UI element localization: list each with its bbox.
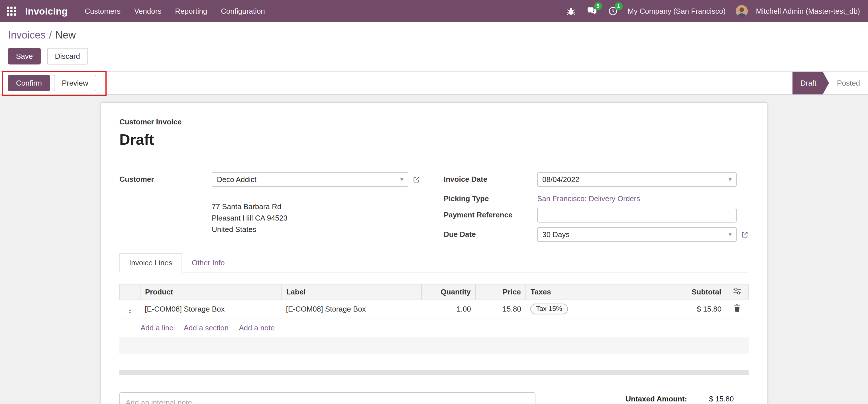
cell-quantity[interactable]: 1.00 [422, 300, 475, 318]
sheet-footer: Untaxed Amount: $ 15.80 Tax 15% [119, 392, 749, 404]
cell-price[interactable]: 15.80 [475, 300, 526, 318]
invoice-line-row[interactable]: ▲▼ [E-COM08] Storage Box [E-COM08] Stora… [120, 300, 748, 318]
breadcrumb: Invoices/New [8, 29, 860, 41]
invoice-totals: Untaxed Amount: $ 15.80 Tax 15% [594, 392, 734, 404]
cell-product[interactable]: [E-COM08] Storage Box [140, 300, 281, 318]
breadcrumb-separator: / [49, 29, 52, 41]
due-date-label: Due Date [444, 227, 537, 239]
optional-columns-button[interactable] [726, 284, 748, 300]
activities-badge: 1 [615, 2, 623, 10]
add-note-link[interactable]: Add a note [239, 323, 275, 333]
document-type-label: Customer Invoice [119, 118, 749, 126]
user-menu[interactable]: Mitchell Admin (Master-test_db) [751, 0, 865, 22]
column-header-label[interactable]: Label [281, 284, 421, 300]
tax-badge[interactable]: Tax 15% [530, 304, 568, 314]
delete-line-button[interactable] [726, 300, 748, 318]
picking-type-link[interactable]: San Francisco: Delivery Orders [537, 192, 640, 203]
payment-reference-label: Payment Reference [444, 208, 537, 220]
discard-button[interactable]: Discard [47, 48, 88, 64]
cell-label[interactable]: [E-COM08] Storage Box [281, 300, 421, 318]
column-header-product[interactable]: Product [140, 284, 281, 300]
invoice-sheet: Customer Invoice Draft Customer ▼ [101, 102, 767, 404]
notebook-tabs: Invoice Lines Other Info [119, 253, 749, 272]
column-header-price[interactable]: Price [475, 284, 526, 300]
invoice-form-grid: Customer ▼ 77 Santa Barbara R [119, 172, 749, 242]
nav-item-vendors[interactable]: Vendors [127, 0, 168, 22]
nav-item-configuration[interactable]: Configuration [214, 0, 272, 22]
table-bottom-bar [119, 370, 749, 375]
messages-button[interactable]: 5 [581, 0, 603, 22]
bug-icon [567, 7, 575, 16]
address-line-country: United States [212, 224, 423, 235]
customer-input[interactable] [212, 172, 408, 187]
status-draft[interactable]: Draft [793, 71, 829, 94]
cell-subtotal: $ 15.80 [669, 300, 726, 318]
column-header-subtotal[interactable]: Subtotal [669, 284, 726, 300]
picking-type-label: Picking Type [444, 192, 537, 203]
add-section-link[interactable]: Add a section [184, 323, 229, 333]
nav-item-reporting[interactable]: Reporting [168, 0, 214, 22]
apps-menu-button[interactable] [0, 0, 23, 22]
column-header-handle [120, 284, 140, 300]
empty-row-stripe [119, 338, 749, 354]
payment-reference-field-wrap [537, 208, 737, 223]
untaxed-amount-row: Untaxed Amount: $ 15.80 [594, 395, 734, 403]
column-header-taxes[interactable]: Taxes [526, 284, 669, 300]
form-right-column: Invoice Date ▼ Picking Type San Francisc… [444, 172, 749, 242]
messages-badge: 5 [594, 2, 602, 10]
add-line-link[interactable]: Add a line [141, 323, 174, 333]
drag-handle-icon[interactable]: ▲▼ [128, 309, 132, 314]
tab-other-info[interactable]: Other Info [182, 253, 235, 272]
activities-button[interactable]: 1 [603, 0, 623, 22]
payment-reference-input[interactable] [537, 208, 737, 223]
address-line-city: Pleasant Hill CA 94523 [212, 212, 423, 224]
status-posted[interactable]: Posted [829, 71, 868, 94]
statusbar-row: Confirm Preview Draft Posted [0, 71, 868, 95]
nav-item-customers[interactable]: Customers [78, 0, 127, 22]
address-line-street: 77 Santa Barbara Rd [212, 201, 423, 212]
due-date-external-link-icon[interactable] [741, 231, 749, 238]
trash-icon [734, 304, 741, 312]
customer-address: 77 Santa Barbara Rd Pleasant Hill CA 945… [212, 201, 423, 235]
sliders-icon [733, 287, 742, 295]
table-header-row: Product Label Quantity Price Taxes Subto… [120, 284, 748, 300]
form-view: Customer Invoice Draft Customer ▼ [0, 95, 868, 404]
due-date-input[interactable] [537, 227, 737, 242]
column-header-quantity[interactable]: Quantity [422, 284, 475, 300]
untaxed-amount-value: $ 15.80 [697, 395, 734, 403]
breadcrumb-invoices-link[interactable]: Invoices [8, 29, 45, 41]
app-brand[interactable]: Invoicing [25, 6, 67, 17]
status-pipeline: Draft Posted [793, 71, 868, 94]
empty-row [119, 354, 749, 370]
invoice-date-input[interactable] [537, 172, 737, 187]
customer-external-link-icon[interactable] [413, 176, 420, 183]
invoice-status-title: Draft [119, 131, 749, 148]
invoice-date-label: Invoice Date [444, 172, 537, 184]
top-navbar: Invoicing Customers Vendors Reporting Co… [0, 0, 868, 22]
debug-button[interactable] [561, 0, 581, 22]
due-date-field-wrap: ▼ [537, 227, 737, 242]
form-left-column: Customer ▼ 77 Santa Barbara R [119, 172, 423, 242]
tab-invoice-lines[interactable]: Invoice Lines [119, 253, 182, 272]
untaxed-amount-label: Untaxed Amount: [594, 395, 687, 403]
customer-label: Customer [119, 172, 212, 184]
control-panel-buttons: Save Discard [8, 48, 860, 64]
internal-note-input[interactable] [119, 392, 535, 404]
preview-button[interactable]: Preview [54, 75, 96, 91]
breadcrumb-current: New [55, 29, 76, 41]
line-actions: Add a line Add a section Add a note [119, 318, 749, 338]
customer-field-wrap: ▼ [212, 172, 408, 187]
navbar-systray: 5 1 My Company (San Francisco) Mitchell … [561, 0, 865, 22]
invoice-lines-table: Product Label Quantity Price Taxes Subto… [119, 284, 749, 318]
control-panel: Invoices/New Save Discard [0, 22, 868, 71]
avatar[interactable] [736, 5, 748, 17]
company-switcher[interactable]: My Company (San Francisco) [623, 0, 731, 22]
confirm-button[interactable]: Confirm [8, 75, 50, 91]
apps-grid-icon [7, 6, 16, 16]
invoice-date-field-wrap: ▼ [537, 172, 737, 187]
save-button[interactable]: Save [8, 48, 41, 64]
